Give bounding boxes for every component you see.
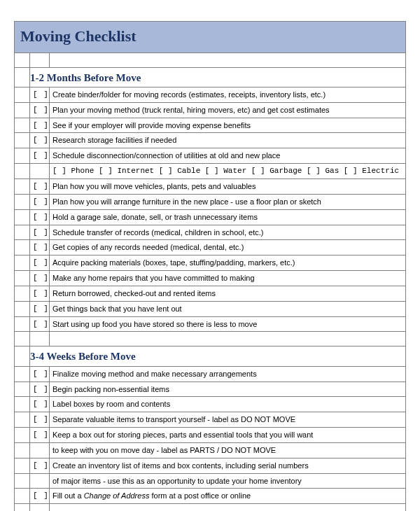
task-text: Return borrowed, checked-out and rented …: [50, 286, 406, 301]
utilities-sublist[interactable]: [ ] Phone [ ] Internet [ ] Cable [ ] Wat…: [50, 164, 406, 179]
checkbox[interactable]: [ ]: [30, 428, 50, 443]
checkbox[interactable]: [ ]: [30, 489, 50, 504]
task-text: Make any home repairs that you have comm…: [50, 271, 406, 286]
task-text: Research storage facilities if needed: [50, 133, 406, 148]
task-text: Hold a garage sale, donate, sell, or tra…: [50, 209, 406, 225]
task-text: Create binder/folder for moving records …: [50, 87, 406, 102]
task-text-continuation: to keep with you on move day - label as …: [50, 442, 406, 458]
checkbox[interactable]: [ ]: [30, 255, 50, 271]
checkbox[interactable]: [ ]: [30, 179, 50, 195]
checkbox[interactable]: [ ]: [30, 102, 50, 118]
task-text: See if your employer will provide moving…: [50, 118, 406, 133]
checkbox[interactable]: [ ]: [30, 366, 50, 382]
checkbox[interactable]: [ ]: [30, 148, 50, 164]
task-text: Get things back that you have lent out: [50, 301, 406, 316]
task-text-continuation: of major items - use this as an opportun…: [50, 473, 406, 489]
checkbox[interactable]: [ ]: [30, 133, 50, 148]
checklist-table: Moving Checklist1-2 Months Before Move[ …: [14, 21, 406, 511]
checkbox[interactable]: [ ]: [30, 412, 50, 428]
task-text: Fill out a Change of Address form at a p…: [50, 489, 406, 504]
checkbox[interactable]: [ ]: [30, 194, 50, 209]
task-text: Get copies of any records needed (medica…: [50, 240, 406, 255]
checkbox[interactable]: [ ]: [30, 382, 50, 397]
task-text: Schedule disconnection/connection of uti…: [50, 148, 406, 164]
checkbox[interactable]: [ ]: [30, 240, 50, 255]
task-text: Acquire packing materials (boxes, tape, …: [50, 255, 406, 271]
task-text: Plan your moving method (truck rental, h…: [50, 102, 406, 118]
checkbox[interactable]: [ ]: [30, 225, 50, 240]
checkbox[interactable]: [ ]: [30, 316, 50, 332]
task-text: Begin packing non-essential items: [50, 382, 406, 397]
task-text: Schedule transfer of records (medical, c…: [50, 225, 406, 240]
section-heading: 3-4 Weeks Before Move: [30, 346, 406, 366]
task-text: Separate valuable items to transport you…: [50, 412, 406, 428]
checkbox[interactable]: [ ]: [30, 271, 50, 286]
task-text: Keep a box out for storing pieces, parts…: [50, 428, 406, 443]
task-text: Finalize moving method and make necessar…: [50, 366, 406, 382]
checkbox[interactable]: [ ]: [30, 301, 50, 316]
checkbox[interactable]: [ ]: [30, 397, 50, 412]
page-title: Moving Checklist: [15, 22, 406, 53]
task-text: Plan how you will move vehicles, plants,…: [50, 179, 406, 195]
section-heading: 1-2 Months Before Move: [30, 67, 406, 87]
checkbox[interactable]: [ ]: [30, 87, 50, 102]
task-text: Create an inventory list of items and bo…: [50, 458, 406, 473]
checkbox[interactable]: [ ]: [30, 458, 50, 473]
task-text: Plan how you will arrange furniture in t…: [50, 194, 406, 209]
task-text: Start using up food you have stored so t…: [50, 316, 406, 332]
checkbox[interactable]: [ ]: [30, 209, 50, 225]
checkbox[interactable]: [ ]: [30, 286, 50, 301]
task-text: Label boxes by room and contents: [50, 397, 406, 412]
checkbox[interactable]: [ ]: [30, 118, 50, 133]
